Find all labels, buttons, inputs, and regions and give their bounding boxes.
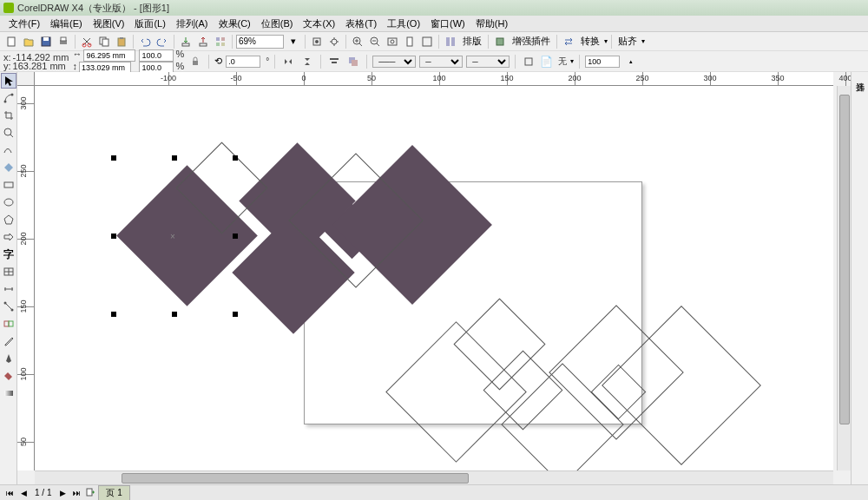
menu-file[interactable]: 文件(F) bbox=[3, 16, 45, 32]
vertical-scrollbar[interactable] bbox=[837, 86, 851, 470]
wrap-button[interactable] bbox=[521, 54, 536, 69]
workspace[interactable]: × bbox=[35, 86, 833, 470]
rectangle-tool[interactable] bbox=[1, 177, 16, 193]
arrow-end-select[interactable]: ─ bbox=[466, 56, 510, 68]
connector-tool[interactable] bbox=[1, 299, 16, 314]
mirror-v-button[interactable] bbox=[299, 54, 315, 69]
horizontal-scrollbar[interactable] bbox=[35, 470, 833, 484]
table-tool[interactable] bbox=[1, 264, 16, 280]
blend-tool[interactable] bbox=[1, 316, 16, 332]
lock-ratio-button[interactable] bbox=[187, 54, 203, 69]
prev-page-button[interactable]: ◀ bbox=[17, 487, 30, 499]
scroll-thumb[interactable] bbox=[839, 95, 850, 424]
line-style-select[interactable]: ─── bbox=[372, 56, 416, 68]
mirror-v-icon bbox=[301, 56, 313, 68]
paste-button[interactable] bbox=[114, 34, 129, 49]
menu-view[interactable]: 视图(V) bbox=[88, 16, 130, 32]
zoom-all-button[interactable] bbox=[419, 34, 435, 49]
menu-window[interactable]: 窗口(W) bbox=[425, 16, 470, 32]
redo-button[interactable] bbox=[155, 34, 170, 49]
ruler-origin[interactable] bbox=[17, 72, 35, 86]
horizontal-ruler[interactable]: -100-50050100150200250300350400450 bbox=[35, 72, 833, 86]
add-page-button[interactable] bbox=[84, 487, 96, 499]
next-page-button[interactable]: ▶ bbox=[56, 487, 69, 499]
vertical-ruler[interactable]: 300250200150100500 bbox=[17, 86, 35, 470]
first-page-button[interactable]: ⏮ bbox=[3, 487, 16, 499]
selection-handle[interactable] bbox=[233, 155, 238, 161]
smartfill-tool[interactable] bbox=[1, 160, 16, 175]
selection-handle[interactable] bbox=[172, 155, 177, 161]
copy-button[interactable] bbox=[96, 34, 112, 49]
last-page-button[interactable]: ⏭ bbox=[70, 487, 82, 499]
scroll-thumb[interactable] bbox=[122, 473, 469, 484]
menu-bitmaps[interactable]: 位图(B) bbox=[256, 16, 299, 32]
selection-handle[interactable] bbox=[172, 312, 177, 317]
selection-center[interactable]: × bbox=[170, 232, 175, 237]
freehand-tool[interactable] bbox=[1, 142, 16, 158]
fill-tool[interactable] bbox=[1, 368, 16, 384]
eyedropper-tool[interactable] bbox=[1, 333, 16, 349]
export-button[interactable] bbox=[195, 34, 211, 49]
plugin-label[interactable]: 增强插件 bbox=[510, 35, 553, 48]
polygon-tool[interactable] bbox=[1, 212, 16, 227]
order-button[interactable] bbox=[345, 54, 361, 69]
zoom-fit-button[interactable] bbox=[385, 34, 400, 49]
undo-button[interactable] bbox=[137, 34, 153, 49]
snap-button[interactable] bbox=[309, 34, 325, 49]
layout-btn[interactable] bbox=[443, 34, 458, 49]
menu-edit[interactable]: 编辑(E) bbox=[45, 16, 88, 32]
interactive-fill-tool[interactable] bbox=[1, 385, 16, 401]
selection-handle[interactable] bbox=[111, 155, 116, 161]
import-button[interactable] bbox=[178, 34, 194, 49]
selection-handle[interactable] bbox=[233, 234, 238, 239]
pick-tool[interactable] bbox=[1, 73, 16, 89]
selection-handle[interactable] bbox=[233, 312, 238, 317]
snap-label[interactable]: 贴齐 bbox=[615, 35, 640, 48]
outline-tool[interactable] bbox=[1, 351, 16, 366]
options-button[interactable] bbox=[326, 34, 342, 49]
menu-help[interactable]: 帮助(H) bbox=[470, 16, 513, 32]
menu-arrange[interactable]: 排列(A) bbox=[171, 16, 214, 32]
convert-btn[interactable] bbox=[561, 34, 576, 49]
text-tool[interactable]: 字 bbox=[1, 247, 16, 262]
menu-text[interactable]: 文本(X) bbox=[298, 16, 340, 32]
app-launcher-button[interactable] bbox=[213, 34, 228, 49]
selection-handle[interactable] bbox=[111, 234, 116, 239]
scale-x-input[interactable] bbox=[139, 49, 174, 62]
selection-handle[interactable] bbox=[111, 312, 116, 317]
menu-layout[interactable]: 版面(L) bbox=[129, 16, 170, 32]
save-button[interactable] bbox=[38, 34, 54, 49]
layout-label[interactable]: 排版 bbox=[460, 35, 484, 48]
open-button[interactable] bbox=[21, 34, 36, 49]
arrow-start-select[interactable]: ─ bbox=[419, 56, 463, 68]
dimension-tool[interactable] bbox=[1, 281, 16, 297]
menu-table[interactable]: 表格(T) bbox=[340, 16, 382, 32]
outline-width-input[interactable] bbox=[585, 56, 620, 68]
zoom-input[interactable] bbox=[236, 35, 284, 49]
print-button[interactable] bbox=[56, 34, 71, 49]
new-button[interactable] bbox=[3, 34, 19, 49]
menu-effects[interactable]: 效果(C) bbox=[214, 16, 256, 32]
zoom-dropdown[interactable]: ▾ bbox=[286, 34, 301, 49]
step-up-button[interactable]: ▴ bbox=[623, 54, 639, 69]
menu-tools[interactable]: 工具(O) bbox=[382, 16, 425, 32]
basic-shape-tool[interactable] bbox=[1, 229, 16, 245]
zoom-page-button[interactable] bbox=[402, 34, 418, 49]
fill-label[interactable]: 无 bbox=[558, 56, 567, 68]
docker-panel[interactable]: 选择 bbox=[851, 72, 868, 484]
mirror-h-button[interactable] bbox=[280, 54, 296, 69]
shape-tool[interactable] bbox=[1, 90, 16, 106]
page-tab[interactable]: 页 1 bbox=[98, 485, 129, 501]
ellipse-tool[interactable] bbox=[1, 194, 16, 210]
width-input[interactable] bbox=[83, 49, 135, 62]
zoom-out-button[interactable] bbox=[367, 34, 383, 49]
zoom-in-button[interactable] bbox=[350, 34, 365, 49]
align-button[interactable] bbox=[326, 54, 342, 69]
cut-button[interactable] bbox=[79, 34, 95, 49]
crop-tool[interactable] bbox=[1, 108, 16, 123]
plugin-btn[interactable] bbox=[492, 34, 508, 49]
rotation-input[interactable] bbox=[226, 56, 260, 68]
docker-tab-label[interactable]: 选择 bbox=[852, 72, 867, 79]
zoom-tool[interactable] bbox=[1, 125, 16, 141]
convert-label[interactable]: 转换 bbox=[578, 35, 602, 48]
